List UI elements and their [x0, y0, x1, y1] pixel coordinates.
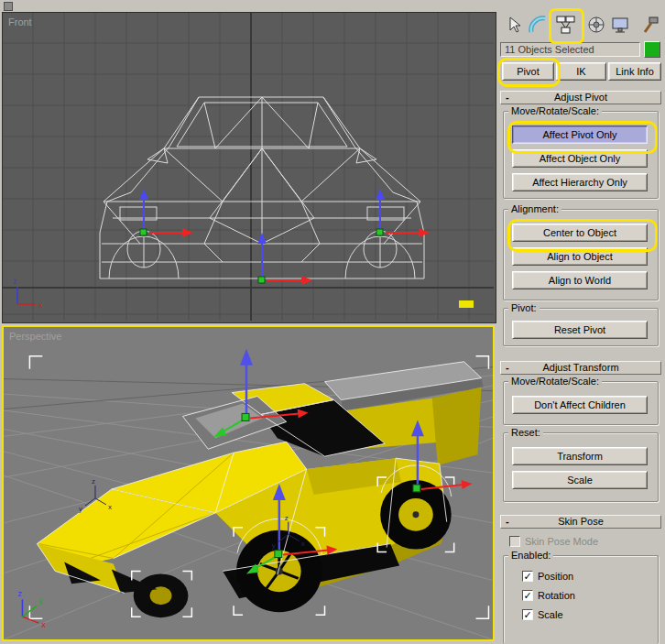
- affect-hierarchy-only-button[interactable]: Affect Hierarchy Only: [512, 173, 648, 191]
- center-to-object-button[interactable]: Center to Object: [512, 224, 648, 242]
- collapse-icon[interactable]: -: [506, 362, 509, 374]
- svg-text:x: x: [301, 540, 305, 548]
- svg-text:y: y: [79, 505, 82, 513]
- object-color-swatch[interactable]: [644, 41, 660, 58]
- modify-icon[interactable]: [526, 13, 550, 37]
- check-icon: ✓: [523, 572, 531, 581]
- svg-text:z: z: [17, 589, 22, 598]
- viewport-perspective[interactable]: Perspective: [2, 325, 495, 641]
- max-application-window: Front: [0, 0, 665, 644]
- rotation-row: ✓ Rotation: [522, 589, 575, 602]
- svg-text:z: z: [13, 277, 17, 286]
- rollout-skin-pose[interactable]: - Skin Pose: [500, 515, 661, 529]
- yellow-object-marker[interactable]: [459, 300, 474, 308]
- selection-name-field[interactable]: 11 Objects Selected: [500, 42, 640, 57]
- select-arrow-icon[interactable]: [502, 13, 526, 37]
- dont-affect-children-button[interactable]: Don't Affect Children: [512, 396, 648, 414]
- viewport-front-label: Front: [8, 16, 32, 27]
- utilities-icon[interactable]: [638, 13, 661, 37]
- affect-pivot-only-button[interactable]: Affect Pivot Only: [512, 126, 648, 144]
- position-row: ✓ Position: [522, 570, 573, 583]
- tab-ik[interactable]: IK: [556, 62, 606, 81]
- rotation-label: Rotation: [538, 590, 575, 601]
- perspective-axis-tripod: z x y: [17, 589, 46, 629]
- viewport-front[interactable]: Front: [2, 12, 496, 323]
- rollout-adjust-pivot[interactable]: - Adjust Pivot: [500, 91, 661, 104]
- scale-row: ✓ Scale: [522, 608, 563, 621]
- tab-pivot[interactable]: Pivot: [502, 62, 554, 81]
- front-viewport-canvas[interactable]: z x: [3, 13, 494, 321]
- check-icon: ✓: [523, 591, 531, 600]
- perspective-viewport-canvas[interactable]: z x y z x y z x y: [4, 327, 493, 639]
- align-to-object-button[interactable]: Align to Object: [512, 247, 648, 266]
- affect-object-only-button[interactable]: Affect Object Only: [512, 149, 648, 168]
- scale-checkbox[interactable]: ✓: [522, 609, 533, 620]
- skin-pose-mode-checkbox[interactable]: [509, 536, 520, 547]
- reset-scale-button[interactable]: Scale: [512, 471, 648, 489]
- svg-text:z: z: [92, 477, 95, 486]
- collapse-icon[interactable]: -: [506, 516, 509, 528]
- scale-label: Scale: [538, 609, 563, 620]
- hierarchy-icon[interactable]: [553, 13, 577, 37]
- group-reset: Reset:: [503, 432, 659, 502]
- reset-pivot-button[interactable]: Reset Pivot: [512, 321, 648, 339]
- viewport-perspective-label: Perspective: [9, 331, 61, 342]
- svg-text:x: x: [38, 300, 43, 310]
- window-icon: [4, 2, 13, 11]
- svg-text:x: x: [41, 620, 46, 629]
- svg-text:y: y: [38, 596, 43, 606]
- align-to-world-button[interactable]: Align to World: [512, 271, 648, 289]
- skin-pose-mode-row: Skin Pose Mode: [509, 535, 598, 548]
- selection-name-value: 11 Objects Selected: [505, 44, 594, 55]
- tab-link-info[interactable]: Link Info: [608, 62, 661, 81]
- position-label: Position: [538, 571, 573, 582]
- display-icon[interactable]: [608, 13, 632, 37]
- svg-text:z: z: [285, 514, 289, 522]
- collapse-icon[interactable]: -: [506, 92, 509, 104]
- rollout-adjust-transform[interactable]: - Adjust Transform: [500, 361, 661, 375]
- skin-pose-mode-label: Skin Pose Mode: [525, 536, 598, 547]
- position-checkbox[interactable]: ✓: [522, 571, 533, 582]
- svg-text:x: x: [108, 503, 112, 511]
- svg-text:y: y: [272, 541, 276, 550]
- reset-transform-button[interactable]: Transform: [512, 447, 648, 465]
- command-panel: 11 Objects Selected Pivot IK Link Info -…: [498, 0, 665, 644]
- check-icon: ✓: [523, 610, 531, 619]
- rotation-checkbox[interactable]: ✓: [522, 590, 533, 601]
- motion-icon[interactable]: [584, 13, 608, 37]
- front-axis-tripod: z x: [13, 277, 43, 310]
